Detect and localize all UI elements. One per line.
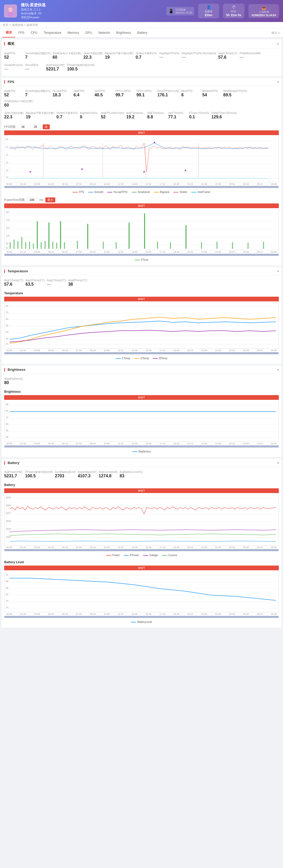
svg-rect-53: [103, 242, 104, 249]
temp-toggle[interactable]: ▾: [277, 270, 279, 273]
legend-bigjank-dot: [154, 192, 159, 192]
svg-rect-51: [77, 241, 78, 249]
tab-fps[interactable]: FPS: [15, 29, 28, 37]
batlevel-legend: BatteryLevel: [4, 619, 279, 625]
svg-rect-50: [64, 242, 65, 249]
overview-title: 概览: [8, 41, 15, 46]
nav-right-option[interactable]: 独立 ⊙: [272, 31, 280, 35]
battery-stats-row: AvgPower(mW) 5231.7 FPower(被测功耗)(mW) 100…: [4, 469, 279, 479]
legend-smalljank-dot: [132, 192, 137, 192]
temp-btemp: Avg(BTemp)(°C) 38: [68, 278, 89, 288]
legend-fpower-label: FPower: [130, 554, 139, 557]
bat-fpower: FPower(被测功耗)(mW) 100.5: [25, 469, 55, 479]
legend-gtemp: GTemp: [134, 357, 149, 360]
stat-smooth: Smooth(稳定指数)(%) 7: [25, 51, 53, 61]
section-indicator: [4, 42, 5, 45]
brightness-chart-title: MWT: [4, 395, 279, 400]
fps-apply-btn[interactable]: 蓝: [43, 124, 50, 129]
creator-stat: 👤 创建者 Ellen: [198, 4, 219, 18]
svg-rect-61: [217, 242, 218, 249]
game-name: 微玩·星堡快逃: [21, 3, 163, 8]
legend-btemp-label: BTemp: [159, 357, 167, 360]
tab-temperature[interactable]: Temperature: [40, 29, 64, 37]
temp-scrollbar[interactable]: [4, 352, 279, 354]
frametime-input[interactable]: [27, 197, 37, 203]
temp-indicator: [4, 270, 5, 273]
svg-point-16: [81, 168, 83, 170]
fps-avg-interframe: AvgInterFrame 0: [80, 110, 101, 120]
battery-indicator: [4, 461, 5, 465]
legend-interframe: InterFrame: [191, 191, 210, 193]
temp-stats: Avg(CTemp)(°C) 57.6 Avg(GTemp)(°C) 63.5 …: [2, 275, 281, 291]
battery-header: Battery ▾: [2, 459, 281, 467]
svg-text:2555: 2555: [6, 528, 11, 530]
legend-stutter-dot: [173, 192, 178, 192]
bat-sumbat: SumBattery(Emit) 2703: [55, 469, 78, 479]
battery-scrollbar[interactable]: [4, 549, 279, 551]
fps-smalljank: SmallJank(小卡顿)(次数) 60: [4, 98, 35, 108]
tab-network[interactable]: Network: [95, 29, 113, 37]
tab-overview[interactable]: 概览: [3, 28, 15, 37]
batlevel-scrollbar-thumb[interactable]: [4, 616, 279, 618]
tab-battery[interactable]: Battery: [134, 29, 150, 37]
batlevel-chart-title: MWT: [4, 565, 279, 570]
fps-medrange: MedRange(FPS)(%) 89.5: [223, 88, 249, 98]
tab-memory[interactable]: Memory: [64, 29, 82, 37]
upload-icon: 📤: [261, 5, 266, 10]
batlevel-x-axis: 00:0001:3403:0804:4206:1607:5009:2410:58…: [4, 612, 279, 616]
bat-avgvoltage: AvgVoltage(mV) 4107.3: [78, 469, 98, 479]
svg-text:6059: 6059: [6, 496, 11, 499]
svg-text:60: 60: [6, 318, 8, 320]
svg-text:64: 64: [6, 423, 8, 425]
brightness-scrollbar[interactable]: [4, 445, 279, 447]
game-version-label: V2352A: [175, 8, 192, 11]
temp-ctemp: Avg(CTemp)(°C) 57.6: [4, 278, 25, 288]
frametime-scrollbar[interactable]: [4, 254, 279, 256]
tab-gpu[interactable]: GPU: [82, 29, 95, 37]
svg-text:82: 82: [6, 593, 8, 596]
battery-chart-section: Battery MWT 6059 5058 5057 3556 2555 155…: [2, 483, 281, 628]
legend-batlevel-dot: [131, 622, 136, 622]
battery-scrollbar-thumb[interactable]: [4, 549, 279, 551]
legend-btemp-dot: [153, 358, 158, 359]
tab-cpu[interactable]: CPU: [28, 29, 40, 37]
svg-rect-36: [10, 242, 11, 249]
battery-toggle[interactable]: ▾: [277, 461, 279, 465]
game-info: 微玩·星堡快逃 游戏王名: 2.1.1 Android版本: 84 用机型Hua…: [21, 3, 163, 20]
fps-max-input[interactable]: [30, 124, 40, 129]
legend-batlevel-label: BatteryLevel: [137, 621, 152, 623]
fps-chart-scrollbar[interactable]: [4, 186, 279, 188]
temp-scrollbar-thumb[interactable]: [4, 352, 279, 354]
duration-value: 5h 31m 0s: [226, 13, 241, 17]
fps-toggle[interactable]: ▾: [277, 80, 279, 84]
frametime-range-label: FrameTime范围: [4, 198, 25, 202]
temp-stats-row: Avg(CTemp)(°C) 57.6 Avg(GTemp)(°C) 63.5 …: [4, 278, 279, 288]
fps-scrollbar-thumb[interactable]: [4, 186, 279, 188]
tab-brightness[interactable]: Brightness: [113, 29, 134, 37]
frametime-scrollbar-thumb[interactable]: [4, 254, 279, 256]
svg-text:72: 72: [6, 416, 8, 419]
brightness-scrollbar-thumb[interactable]: [4, 445, 279, 447]
user-icon: 👤: [206, 5, 211, 9]
svg-rect-48: [56, 243, 57, 249]
fps-min-input[interactable]: [18, 124, 28, 129]
legend-power-dot: [106, 555, 111, 556]
frametime-legend: FTime: [4, 257, 279, 263]
svg-text:85: 85: [6, 587, 8, 589]
frametime-max-btn[interactable]: 最大: [45, 197, 55, 203]
svg-rect-56: [144, 213, 145, 249]
fps-bigjank: BigJank(严重卡顿)(次数) 19: [26, 110, 56, 120]
fps-stats: Avg[FPS] 52 Smooth(稳定指数)(%) 7 %Low(FPS) …: [2, 86, 281, 124]
legend-voltage: Voltage: [143, 554, 158, 557]
fps-chart-section: FPS范围 蓝 MWT 62 52 42: [2, 124, 281, 266]
fps-deltaftime: DeltaFTime>32ms(%) 129.6: [211, 110, 239, 120]
svg-text:56: 56: [6, 429, 8, 432]
brightness-toggle[interactable]: ▾: [277, 368, 279, 372]
fps-lowfps: %Low(FPS) 18.3: [53, 88, 74, 98]
legend-power: Power: [106, 554, 120, 557]
fps-jank: Jank(卡顿)(次数) 22.3: [4, 110, 26, 120]
svg-text:187: 187: [6, 211, 10, 213]
overview-toggle[interactable]: ▾: [277, 42, 279, 45]
batlevel-scrollbar[interactable]: [4, 616, 279, 618]
svg-rect-63: [248, 243, 249, 249]
